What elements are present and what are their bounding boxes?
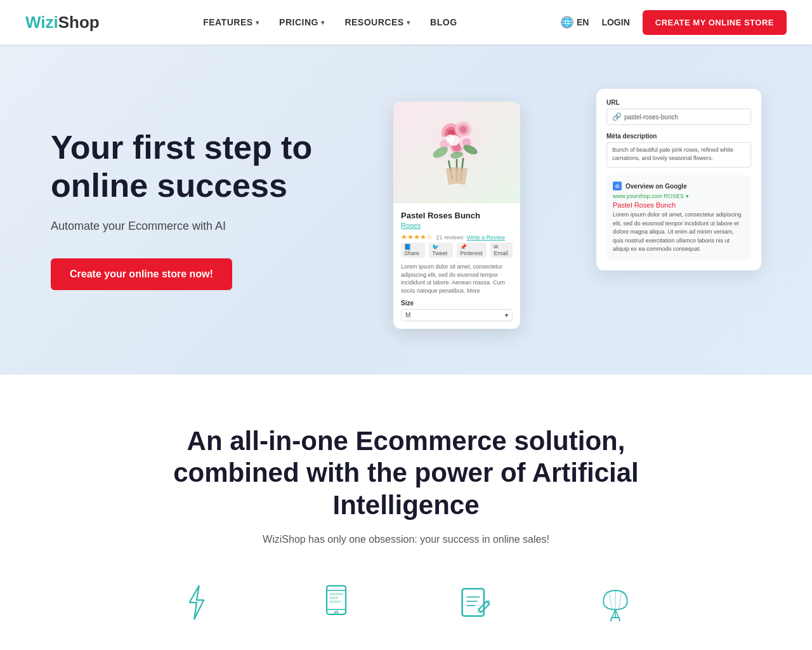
google-result-title: Pastel Roses Bunch <box>613 201 745 209</box>
product-description: Lorem ipsum dolor sit amet, consectetur … <box>401 263 513 295</box>
edit-icon <box>457 583 495 621</box>
svg-rect-29 <box>329 600 341 603</box>
seo-panel: URL 🔗 pastel-roses-bunch Méta descriptio… <box>596 89 761 270</box>
product-stars: ★★★★☆ 21 reviews Write a Review <box>401 233 513 241</box>
google-preview: G Overview on Google www.yourshop.com RO… <box>606 175 751 260</box>
tablet-icon <box>317 583 355 621</box>
svg-line-34 <box>612 609 615 618</box>
feature-item-lightning <box>146 583 247 632</box>
meta-label: Méta description <box>606 133 751 140</box>
hero-section: Your first step to online success Automa… <box>0 44 812 375</box>
chevron-down-icon: ▾ <box>256 19 259 26</box>
hero-subtitle: Automate your Ecommerce with AI <box>51 220 355 233</box>
svg-rect-28 <box>329 597 339 599</box>
size-select[interactable]: M ▾ <box>401 309 513 321</box>
url-input[interactable]: 🔗 pastel-roses-bunch <box>606 109 751 125</box>
hero-title: Your first step to online success <box>51 129 355 205</box>
nav-item-features[interactable]: FEATURES ▾ <box>203 17 259 27</box>
svg-line-36 <box>615 609 619 618</box>
google-preview-title: G Overview on Google <box>613 182 745 190</box>
nav-link-features[interactable]: FEATURES ▾ <box>203 17 259 27</box>
product-card: Pastel Roses Bunch Roses ★★★★☆ 21 review… <box>393 102 520 329</box>
google-icon: G <box>613 182 622 190</box>
share-btn-email[interactable]: ✉ Email <box>490 242 513 258</box>
svg-rect-27 <box>329 593 344 595</box>
nav-link-blog[interactable]: BLOG <box>430 17 457 27</box>
url-label: URL <box>606 99 751 106</box>
hero-visual: Pastel Roses Bunch Roses ★★★★☆ 21 review… <box>355 89 761 330</box>
section2-title: An all-in-one Ecommerce solution, combin… <box>121 425 691 521</box>
share-btn-pinterest[interactable]: 📌 Pinterest <box>457 242 487 258</box>
nav-item-blog[interactable]: BLOG <box>430 17 457 27</box>
feature-item-edit <box>425 583 527 632</box>
flowers-illustration <box>419 114 495 190</box>
nav-item-pricing[interactable]: PRICING ▾ <box>279 17 324 27</box>
product-name: Pastel Roses Bunch <box>401 211 513 220</box>
logo-wizi: Wizi <box>25 13 58 32</box>
create-store-button[interactable]: CREATE MY ONLINE STORE <box>643 10 787 35</box>
write-review-link[interactable]: Write a Review <box>467 234 505 241</box>
svg-point-15 <box>446 135 455 143</box>
svg-marker-22 <box>190 586 204 620</box>
nav-link-resources[interactable]: RESOURCES ▾ <box>344 17 410 27</box>
url-field: URL 🔗 pastel-roses-bunch <box>606 99 751 125</box>
product-link[interactable]: Roses <box>401 222 513 229</box>
lightbulb-icon <box>596 583 634 621</box>
product-info: Pastel Roses Bunch Roses ★★★★☆ 21 review… <box>393 203 520 329</box>
svg-point-6 <box>460 126 466 133</box>
section2: An all-in-one Ecommerce solution, combin… <box>0 375 812 650</box>
svg-point-26 <box>335 611 338 614</box>
meta-description-field: Méta description Bunch of beautiful pale… <box>606 133 751 168</box>
lang-label: EN <box>577 17 589 27</box>
hero-content: Your first step to online success Automa… <box>51 129 355 291</box>
share-btn-tweet[interactable]: 🐦 Tweet <box>429 242 453 258</box>
google-result-desc: Lorem ipsum dolor sit amet, consectetur … <box>613 211 745 254</box>
globe-icon: 🌐 <box>561 16 573 29</box>
hero-cta-button[interactable]: Create your online store now! <box>51 258 232 290</box>
svg-rect-37 <box>611 618 620 621</box>
meta-textarea[interactable]: Bunch of beautiful pale pink roses, refi… <box>606 142 751 168</box>
nav-right: 🌐 EN LOGIN CREATE MY ONLINE STORE <box>561 10 787 35</box>
feature-item-lightbulb <box>565 583 666 632</box>
nav-link-pricing[interactable]: PRICING ▾ <box>279 17 324 27</box>
logo[interactable]: WiziShop <box>25 13 100 32</box>
google-url: www.yourshop.com ROSES ▾ <box>613 193 745 199</box>
section2-subtitle: WiziShop has only one obsession: your su… <box>25 534 787 545</box>
size-label: Size <box>401 300 513 307</box>
chevron-down-icon: ▾ <box>505 312 508 319</box>
nav-links: FEATURES ▾ PRICING ▾ RESOURCES ▾ BLOG <box>203 17 457 27</box>
nav-item-resources[interactable]: RESOURCES ▾ <box>344 17 410 27</box>
share-btn-share[interactable]: 📘 Share <box>401 242 425 258</box>
lightning-icon <box>178 583 216 621</box>
product-share: 📘 Share 🐦 Tweet 📌 Pinterest ✉ Email <box>401 242 513 258</box>
link-icon: 🔗 <box>612 112 622 121</box>
product-image <box>393 102 520 203</box>
navbar: WiziShop FEATURES ▾ PRICING ▾ RESOURCES … <box>0 0 812 44</box>
feature-item-tablet <box>285 583 387 632</box>
chevron-down-icon: ▾ <box>321 19 325 26</box>
features-grid <box>25 583 787 632</box>
login-button[interactable]: LOGIN <box>601 17 629 27</box>
logo-shop: Shop <box>58 13 100 32</box>
language-button[interactable]: 🌐 EN <box>561 16 589 29</box>
chevron-down-icon: ▾ <box>407 19 410 26</box>
